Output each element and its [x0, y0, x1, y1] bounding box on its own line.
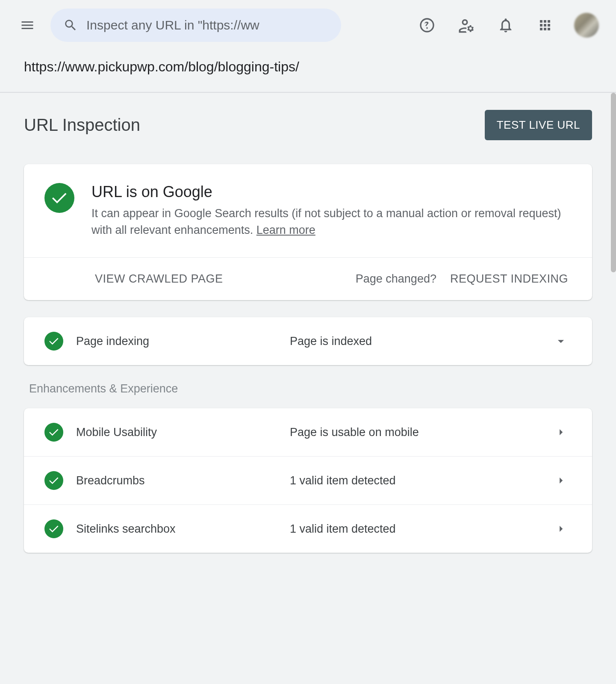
apps-button[interactable] [535, 15, 555, 35]
apps-grid-icon [537, 18, 553, 33]
enhancement-label: Mobile Usability [76, 426, 290, 439]
indexing-check-icon [44, 332, 63, 351]
check-icon [50, 189, 69, 207]
user-settings-button[interactable] [456, 15, 477, 35]
chevron-right-icon [554, 425, 568, 439]
expand-toggle[interactable] [554, 334, 568, 348]
enhancement-value: 1 valid item detected [290, 522, 396, 536]
content-area: URL Inspection TEST LIVE URL URL is on G… [0, 93, 616, 596]
search-icon [63, 18, 78, 32]
open-detail[interactable] [554, 522, 568, 536]
account-avatar[interactable] [574, 13, 599, 38]
chevron-down-icon [554, 334, 568, 348]
menu-button[interactable] [17, 15, 38, 35]
sitelinks-searchbox-row[interactable]: Sitelinks searchbox 1 valid item detecte… [24, 504, 592, 553]
enhancements-heading: Enhancements & Experience [29, 382, 592, 395]
check-icon [48, 335, 60, 347]
url-inspect-input[interactable] [86, 18, 328, 32]
status-ok-icon [44, 471, 63, 490]
status-desc-text: It can appear in Google Search results (… [91, 207, 561, 236]
request-indexing-button[interactable]: REQUEST INDEXING [450, 272, 568, 286]
breadcrumbs-row[interactable]: Breadcrumbs 1 valid item detected [24, 456, 592, 504]
page-changed-label: Page changed? [356, 272, 436, 286]
hamburger-icon [20, 18, 35, 33]
status-ok-icon [44, 423, 63, 442]
view-crawled-page-button[interactable]: VIEW CRAWLED PAGE [95, 272, 223, 286]
enhancements-card: Mobile Usability Page is usable on mobil… [24, 408, 592, 553]
chevron-right-icon [554, 522, 568, 536]
page-title: URL Inspection [24, 115, 140, 135]
indexing-value: Page is indexed [290, 335, 372, 348]
test-live-url-button[interactable]: TEST LIVE URL [485, 110, 592, 140]
indexing-label: Page indexing [76, 335, 290, 348]
inspected-url: https://www.pickupwp.com/blog/blogging-t… [0, 50, 616, 93]
status-title: URL is on Google [91, 183, 568, 201]
chevron-right-icon [554, 473, 568, 488]
check-icon [48, 475, 60, 486]
status-card: URL is on Google It can appear in Google… [24, 164, 592, 300]
search-bar[interactable] [50, 9, 341, 42]
page-indexing-row[interactable]: Page indexing Page is indexed [24, 317, 592, 365]
bell-icon [497, 17, 514, 34]
help-button[interactable] [417, 15, 437, 35]
notifications-button[interactable] [495, 15, 516, 35]
open-detail[interactable] [554, 425, 568, 439]
status-check-icon [44, 183, 74, 213]
status-row: URL is on Google It can appear in Google… [24, 164, 592, 257]
status-description: It can appear in Google Search results (… [91, 205, 568, 239]
open-detail[interactable] [554, 473, 568, 488]
user-gear-icon [457, 16, 475, 34]
enhancement-label: Sitelinks searchbox [76, 522, 290, 536]
status-text: URL is on Google It can appear in Google… [91, 183, 568, 239]
status-card-actions: VIEW CRAWLED PAGE Page changed? REQUEST … [24, 257, 592, 300]
scrollbar[interactable] [611, 93, 616, 272]
check-icon [48, 426, 60, 438]
page-heading-row: URL Inspection TEST LIVE URL [24, 110, 592, 140]
page-indexing-card: Page indexing Page is indexed [24, 317, 592, 365]
mobile-usability-row[interactable]: Mobile Usability Page is usable on mobil… [24, 408, 592, 456]
enhancement-value: Page is usable on mobile [290, 426, 419, 439]
top-icons [417, 13, 599, 38]
learn-more-link[interactable]: Learn more [256, 224, 315, 236]
enhancement-value: 1 valid item detected [290, 474, 396, 487]
top-bar [0, 0, 616, 50]
help-icon [419, 17, 436, 34]
status-ok-icon [44, 519, 63, 538]
enhancement-label: Breadcrumbs [76, 474, 290, 487]
check-icon [48, 523, 60, 535]
